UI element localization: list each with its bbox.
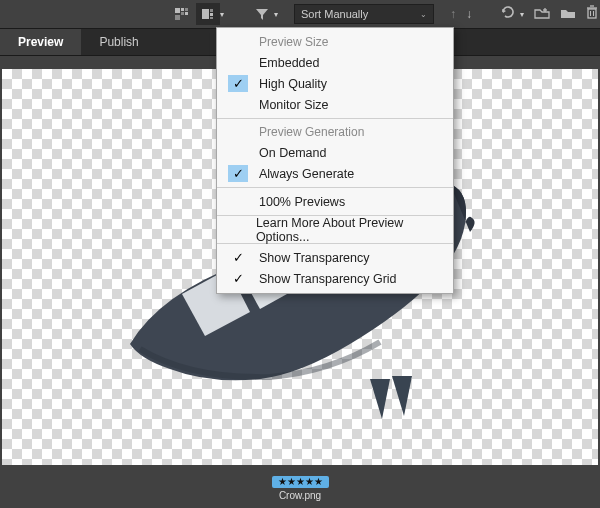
- svg-rect-9: [210, 17, 213, 19]
- check-icon: ✓: [228, 75, 248, 92]
- menu-item-label: 100% Previews: [259, 195, 345, 209]
- rating-stars[interactable]: ★ ★ ★ ★ ★: [272, 476, 329, 488]
- svg-rect-3: [181, 12, 184, 15]
- chevron-down-icon: ⌄: [420, 10, 427, 19]
- menu-separator: [217, 118, 453, 119]
- menu-item-label: Always Generate: [259, 167, 354, 181]
- menu-item-label: Monitor Size: [259, 98, 328, 112]
- svg-rect-12: [588, 9, 596, 18]
- menu-header-preview-size: Preview Size: [217, 32, 453, 52]
- menu-item-label: Learn More About Preview Options...: [256, 216, 445, 244]
- menu-item-on-demand[interactable]: On Demand: [217, 142, 453, 163]
- toolbar: ▾ ▾ Sort Manually ⌄ ↑ ↓ ▾: [0, 0, 600, 28]
- svg-rect-5: [175, 15, 180, 20]
- menu-item-embedded[interactable]: Embedded: [217, 52, 453, 73]
- star-icon: ★: [287, 477, 296, 487]
- chevron-down-icon[interactable]: ▾: [520, 10, 524, 19]
- check-icon: ✓: [228, 270, 248, 287]
- menu-item-label: On Demand: [259, 146, 326, 160]
- chevron-down-icon[interactable]: ▾: [220, 10, 224, 19]
- sort-label: Sort Manually: [301, 8, 368, 20]
- star-icon: ★: [314, 477, 323, 487]
- tab-preview[interactable]: Preview: [0, 29, 81, 55]
- sort-dropdown[interactable]: Sort Manually ⌄: [294, 4, 434, 24]
- menu-item-show-transparency[interactable]: ✓ Show Transparency: [217, 247, 453, 268]
- svg-rect-7: [210, 9, 213, 12]
- star-icon: ★: [278, 477, 287, 487]
- sort-asc-icon[interactable]: ↑: [450, 7, 456, 21]
- toolbar-right: ↑ ↓ ▾: [450, 5, 598, 23]
- menu-header-preview-generation: Preview Generation: [217, 122, 453, 142]
- svg-rect-4: [185, 12, 188, 15]
- menu-separator: [217, 187, 453, 188]
- menu-item-monitor-size[interactable]: Monitor Size: [217, 94, 453, 115]
- item-footer: ★ ★ ★ ★ ★ Crow.png: [0, 468, 600, 508]
- file-name: Crow.png: [279, 490, 321, 501]
- svg-rect-8: [210, 13, 213, 16]
- menu-item-always-generate[interactable]: ✓ Always Generate: [217, 163, 453, 184]
- menu-item-label: Show Transparency Grid: [259, 272, 397, 286]
- chevron-down-icon[interactable]: ▾: [274, 10, 278, 19]
- svg-rect-2: [185, 8, 188, 11]
- menu-item-show-transparency-grid[interactable]: ✓ Show Transparency Grid: [217, 268, 453, 289]
- menu-item-learn-more[interactable]: Learn More About Preview Options...: [217, 219, 453, 240]
- menu-item-high-quality[interactable]: ✓ High Quality: [217, 73, 453, 94]
- svg-rect-1: [181, 8, 184, 11]
- menu-item-label: High Quality: [259, 77, 327, 91]
- star-icon: ★: [296, 477, 305, 487]
- svg-rect-6: [202, 9, 209, 19]
- new-folder-icon[interactable]: [534, 5, 550, 23]
- check-icon: ✓: [228, 249, 248, 266]
- rotate-icon[interactable]: [500, 5, 516, 23]
- preview-options-menu: Preview Size Embedded ✓ High Quality Mon…: [216, 27, 454, 294]
- check-icon: ✓: [228, 165, 248, 182]
- sort-desc-icon[interactable]: ↓: [466, 7, 472, 21]
- thumb-quality-icon[interactable]: [196, 3, 220, 25]
- menu-item-label: Embedded: [259, 56, 319, 70]
- star-icon: ★: [305, 477, 314, 487]
- trash-icon[interactable]: [586, 5, 598, 23]
- menu-item-label: Show Transparency: [259, 251, 369, 265]
- tab-publish[interactable]: Publish: [81, 29, 156, 55]
- filter-icon[interactable]: [250, 3, 274, 25]
- folder-icon[interactable]: [560, 5, 576, 23]
- menu-item-100-percent[interactable]: 100% Previews: [217, 191, 453, 212]
- svg-rect-0: [175, 8, 180, 13]
- thumb-grid-icon[interactable]: [170, 3, 194, 25]
